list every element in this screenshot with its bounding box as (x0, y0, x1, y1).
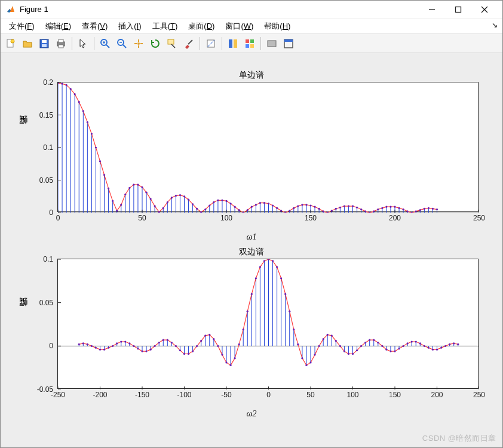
svg-point-215 (436, 208, 438, 210)
rotate-icon[interactable] (148, 36, 163, 51)
xtick: 50 (138, 214, 146, 222)
menu-帮助[interactable]: 帮助(H) (259, 20, 295, 33)
svg-rect-29 (250, 44, 254, 48)
svg-point-141 (124, 194, 126, 195)
svg-point-162 (213, 201, 214, 203)
svg-point-130 (78, 101, 80, 103)
svg-point-164 (221, 200, 223, 201)
zoom-out-icon[interactable] (114, 36, 130, 51)
plot-tools-icon[interactable] (242, 36, 257, 51)
pointer-icon[interactable] (75, 36, 91, 51)
svg-point-325 (103, 349, 105, 351)
svg-point-330 (124, 340, 126, 342)
svg-point-145 (141, 186, 143, 188)
svg-point-180 (289, 210, 290, 211)
svg-point-334 (141, 350, 143, 352)
svg-point-378 (327, 334, 329, 336)
separator (200, 37, 200, 50)
ytick: 0.05 (29, 299, 53, 307)
dock-icon[interactable] (281, 36, 296, 51)
link-plots-icon[interactable] (264, 36, 280, 51)
svg-point-328 (116, 342, 118, 344)
brush-icon[interactable] (181, 36, 197, 51)
menu-窗口[interactable]: 窗口(W) (220, 20, 258, 33)
svg-point-195 (352, 205, 354, 207)
svg-line-22 (188, 40, 192, 44)
xtick: 100 (220, 214, 232, 222)
svg-point-194 (348, 205, 349, 207)
svg-point-188 (323, 210, 324, 212)
svg-point-338 (158, 342, 160, 343)
svg-point-166 (229, 202, 231, 204)
svg-point-132 (87, 121, 88, 123)
svg-point-335 (145, 350, 147, 352)
svg-point-348 (200, 340, 202, 342)
menu-插入[interactable]: 插入(I) (114, 20, 146, 33)
svg-point-342 (175, 345, 177, 347)
close-button[interactable] (471, 1, 498, 19)
svg-point-344 (183, 353, 185, 355)
menu-桌面[interactable]: 桌面(D) (183, 20, 219, 33)
minimize-button[interactable] (419, 1, 445, 19)
svg-point-205 (394, 206, 395, 208)
toolbar (1, 34, 502, 53)
svg-point-349 (204, 335, 206, 336)
zoom-in-icon[interactable] (97, 36, 113, 51)
svg-point-407 (449, 343, 450, 345)
window-title: Figure 1 (20, 5, 48, 14)
pan-icon[interactable] (131, 36, 146, 51)
svg-point-381 (339, 345, 341, 347)
svg-point-206 (398, 207, 400, 209)
svg-point-357 (238, 343, 240, 345)
svg-point-181 (293, 207, 295, 209)
svg-point-153 (175, 195, 177, 197)
menu-文件[interactable]: 文件(F) (4, 20, 39, 33)
print-icon[interactable] (53, 36, 69, 51)
axes-1[interactable]: 00.050.10.150.2 050100150200250 (57, 82, 479, 212)
svg-point-152 (171, 197, 173, 198)
svg-point-214 (432, 208, 434, 210)
save-icon[interactable] (36, 36, 52, 51)
xtick: 100 (346, 391, 358, 399)
colorbar-icon[interactable] (203, 36, 219, 51)
svg-point-382 (343, 350, 345, 352)
svg-point-337 (154, 345, 156, 347)
svg-point-210 (415, 210, 417, 212)
svg-point-383 (348, 353, 349, 355)
maximize-button[interactable] (445, 1, 471, 19)
svg-point-353 (221, 354, 223, 355)
svg-point-319 (78, 343, 80, 345)
svg-point-139 (116, 210, 118, 211)
legend-icon[interactable] (225, 36, 241, 51)
svg-point-384 (352, 353, 354, 355)
svg-point-323 (95, 347, 97, 349)
svg-point-198 (364, 210, 366, 212)
menu-编辑[interactable]: 编辑(E) (41, 20, 76, 33)
axes-2[interactable]: -0.0500.050.1 -250-200-150-100-500501001… (57, 259, 479, 389)
menu-工具[interactable]: 工具(T) (148, 20, 183, 33)
open-icon[interactable] (20, 36, 35, 51)
figure-canvas: 单边谱 幅度 00.050.10.150.2 050100150200250 ω… (1, 53, 502, 447)
data-cursor-icon[interactable] (164, 36, 180, 51)
svg-point-185 (309, 204, 311, 206)
toolbar-overflow-icon[interactable]: ↘ (492, 21, 498, 29)
svg-point-393 (389, 350, 391, 352)
svg-point-170 (247, 209, 249, 211)
ytick: 0.1 (29, 255, 53, 263)
svg-point-213 (428, 207, 430, 209)
svg-point-347 (196, 345, 198, 347)
svg-rect-1 (456, 7, 461, 12)
svg-point-167 (234, 206, 236, 208)
svg-point-329 (120, 340, 122, 342)
svg-point-371 (297, 343, 299, 345)
svg-point-136 (103, 174, 105, 176)
svg-point-5 (11, 39, 14, 43)
menu-查看[interactable]: 查看(V) (77, 20, 112, 33)
new-figure-icon[interactable] (3, 36, 19, 51)
svg-point-163 (217, 200, 219, 201)
svg-point-211 (419, 209, 421, 211)
svg-point-197 (360, 208, 362, 210)
svg-rect-10 (59, 39, 63, 42)
matlab-logo-icon (5, 4, 16, 15)
svg-point-171 (251, 206, 253, 208)
